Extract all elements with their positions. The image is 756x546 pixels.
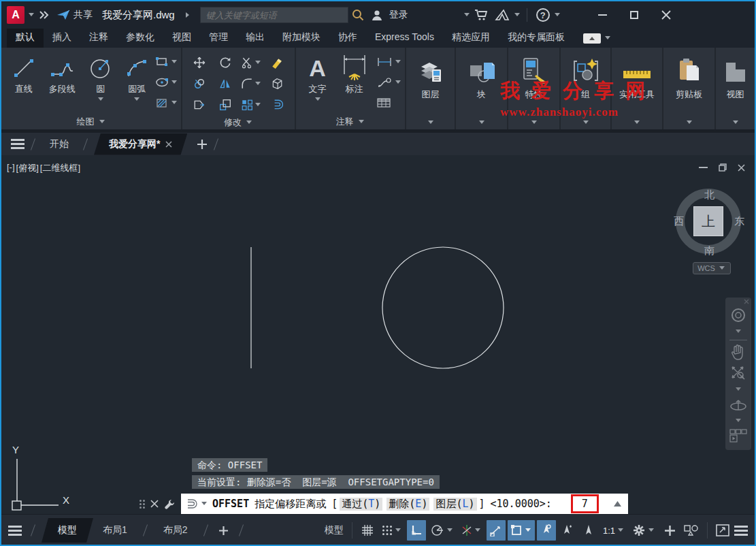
statusbar-plus-button[interactable] — [660, 520, 679, 541]
new-drawing-button[interactable] — [197, 139, 208, 150]
showmotion-icon[interactable] — [729, 429, 747, 443]
groups-panel-caret-icon[interactable] — [583, 121, 589, 127]
grid-display-button[interactable] — [358, 520, 377, 541]
search-input[interactable] — [200, 7, 348, 23]
command-input-bar[interactable]: OFFSET 指定偏移距离或 [ 通过(T) 删除(E) 图层(L) ] <10… — [181, 494, 628, 514]
annotation-scale-sync-button[interactable] — [579, 520, 598, 541]
block-panel-caret-icon[interactable] — [479, 121, 484, 127]
layout-tab-model[interactable]: 模型 — [42, 518, 93, 543]
panel-modify-label[interactable]: 修改 — [182, 115, 295, 129]
ribbon-tab-custom-panel[interactable]: 我的专属面板 — [499, 29, 574, 48]
minimize-button[interactable] — [598, 14, 607, 16]
leader-button[interactable] — [376, 74, 402, 91]
panel-layers[interactable]: 图层 — [406, 48, 456, 129]
circle-button[interactable]: 圆 — [82, 50, 119, 114]
signin-button[interactable]: 登录 — [389, 9, 408, 21]
autodesk-logo-icon[interactable] — [495, 9, 510, 21]
ellipse-button[interactable] — [155, 74, 178, 91]
panel-block[interactable]: 块 — [456, 48, 508, 129]
copy-button[interactable] — [186, 78, 212, 90]
gear-caret-icon[interactable] — [648, 528, 654, 534]
ribbon-tab-collaborate[interactable]: 协作 — [329, 29, 366, 48]
ortho-mode-button[interactable] — [407, 520, 426, 541]
signin-caret-icon[interactable] — [464, 13, 470, 19]
utilities-panel-caret-icon[interactable] — [634, 121, 640, 127]
ribbon-tab-parametric[interactable]: 参数化 — [117, 29, 163, 48]
layers-panel-caret-icon[interactable] — [428, 121, 433, 127]
help-icon[interactable]: ? — [536, 8, 550, 22]
properties-panel-caret-icon[interactable] — [531, 121, 537, 127]
trim-button[interactable] — [238, 57, 264, 69]
clipboard-panel-caret-icon[interactable] — [687, 121, 692, 127]
array-button[interactable] — [238, 99, 264, 111]
panel-annotation-label[interactable]: 注释 — [296, 114, 405, 129]
annotation-scale-button[interactable]: 1:1 — [600, 520, 627, 541]
leader-caret-icon[interactable] — [395, 80, 401, 86]
layout-menu-icon[interactable] — [8, 526, 22, 536]
option-layer[interactable]: 图层(L) — [433, 498, 476, 511]
help-caret-icon[interactable] — [555, 13, 560, 19]
share-button[interactable]: 共享 — [73, 9, 93, 21]
store-cart-icon[interactable] — [474, 9, 488, 21]
command-customize-wrench-icon[interactable] — [164, 498, 176, 510]
linear-dim-button[interactable] — [376, 53, 402, 71]
file-tab-start[interactable]: 开始 — [42, 133, 77, 155]
ribbon-tab-output[interactable]: 输出 — [237, 29, 274, 48]
line-button[interactable]: 直线 — [5, 50, 42, 114]
snap-caret-icon[interactable] — [395, 528, 401, 534]
steering-wheel-icon[interactable] — [730, 307, 746, 323]
viewcube-top-face[interactable]: 上 — [693, 206, 723, 236]
table-button[interactable] — [376, 94, 402, 112]
ribbon-minimize-button[interactable] — [583, 33, 601, 44]
array-caret-icon[interactable] — [255, 103, 261, 109]
app-menu-caret-icon[interactable] — [29, 13, 34, 19]
navbar-close-icon[interactable] — [744, 299, 749, 304]
polar-tracking-button[interactable] — [428, 520, 457, 541]
app-logo[interactable]: A — [7, 6, 24, 24]
file-tab-close-icon[interactable] — [165, 141, 172, 148]
zoom-caret-icon[interactable] — [736, 387, 741, 394]
panel-groups[interactable]: 组 — [561, 48, 612, 129]
isodraft-button[interactable] — [459, 520, 484, 541]
autodesk-caret-icon[interactable] — [514, 13, 520, 19]
option-erase[interactable]: 删除(E) — [387, 498, 429, 511]
stretch-button[interactable] — [186, 99, 212, 111]
annotation-visibility-button[interactable] — [537, 520, 556, 541]
drawn-circle[interactable] — [382, 247, 504, 368]
statusbar-menu-icon[interactable] — [734, 526, 748, 536]
linear-dim-caret-icon[interactable] — [395, 60, 401, 66]
command-history-expand-icon[interactable] — [614, 501, 621, 507]
ribbon-tab-featured-apps[interactable]: 精选应用 — [443, 29, 499, 48]
command-close-icon[interactable] — [150, 500, 159, 508]
scale-button[interactable] — [212, 99, 238, 111]
rectangle-caret-icon[interactable] — [171, 60, 177, 66]
arc-button[interactable]: 圆弧 — [118, 50, 155, 114]
ribbon-tab-annotate[interactable]: 注释 — [80, 29, 117, 48]
panel-clipboard[interactable]: 剪贴板 — [663, 48, 716, 129]
isolate-objects-button[interactable] — [681, 520, 702, 541]
erase-button[interactable] — [264, 57, 290, 69]
ribbon-tab-manage[interactable]: 管理 — [200, 29, 237, 48]
file-tab-current[interactable]: 我爱分享网* — [94, 133, 187, 155]
ellipse-caret-icon[interactable] — [171, 80, 177, 86]
layout-tab-layout2[interactable]: 布局2 — [154, 518, 197, 543]
snap-mode-button[interactable] — [379, 520, 405, 541]
viewcube-east[interactable]: 东 — [734, 215, 744, 228]
file-tabs-menu-icon[interactable] — [11, 139, 24, 149]
trim-caret-icon[interactable] — [255, 61, 261, 67]
ribbon-tab-home[interactable]: 默认 — [7, 29, 44, 48]
viewcube-south[interactable]: 南 — [704, 244, 714, 257]
panel-properties[interactable]: 特性 — [508, 48, 561, 129]
layout-tab-layout1[interactable]: 布局1 — [93, 518, 137, 543]
customization-gear-button[interactable] — [629, 520, 658, 541]
move-button[interactable] — [186, 57, 212, 69]
ribbon-tab-view[interactable]: 视图 — [163, 29, 200, 48]
mirror-button[interactable] — [212, 78, 238, 90]
fillet-button[interactable] — [238, 78, 264, 90]
text-caret-icon[interactable] — [315, 97, 321, 103]
ribbon-tab-insert[interactable]: 插入 — [44, 29, 80, 48]
option-through[interactable]: 通过(T) — [340, 498, 382, 511]
arc-caret-icon[interactable] — [134, 97, 139, 103]
new-layout-button[interactable] — [218, 526, 229, 536]
ribbon-tab-addins[interactable]: 附加模块 — [274, 29, 329, 48]
